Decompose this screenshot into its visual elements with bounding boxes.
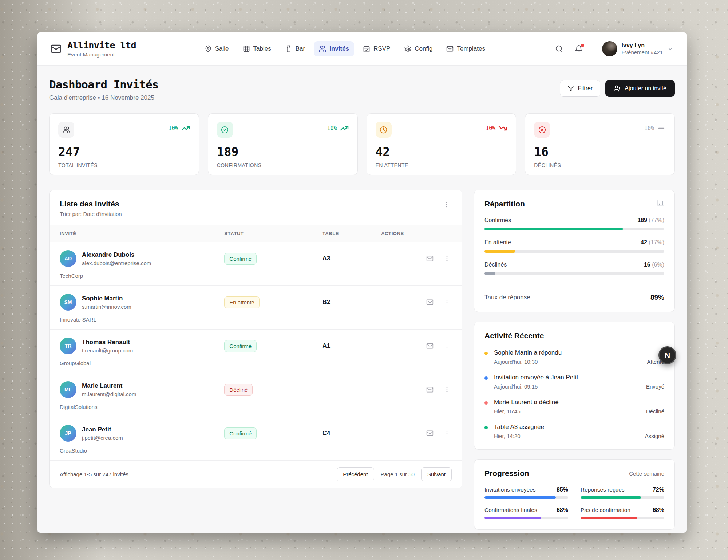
table-icon: [243, 45, 250, 52]
mail-icon: [426, 430, 434, 437]
guest-name: Jean Petit: [82, 426, 123, 433]
row-menu-button[interactable]: [442, 341, 452, 351]
stats-row: 10% 247 TOTAL INVITÉS 10% 18: [49, 113, 675, 175]
funnel-icon: [567, 85, 574, 92]
progress-fill: [484, 272, 495, 275]
progression-item: Confirmations finales 68%: [484, 507, 568, 519]
activity-item: Sophie Martin a répondu Aujourd'hui, 10:…: [484, 349, 664, 365]
guest-company: GroupGlobal: [60, 360, 452, 366]
notifications-button[interactable]: [573, 43, 584, 54]
trending-up-icon: [181, 124, 190, 133]
activity-time: Aujourd'hui, 10:30: [494, 359, 538, 365]
guest-company: DigitalSolutions: [60, 404, 452, 410]
prev-page-button[interactable]: Précédent: [337, 467, 374, 481]
floating-n-button[interactable]: N: [658, 346, 676, 364]
guest-avatar: JP: [60, 425, 76, 442]
x-circle-icon: [534, 122, 550, 138]
activity-status: Envoyé: [646, 383, 664, 390]
column-header-invite: INVITÉ: [60, 231, 224, 236]
status-badge: En attente: [224, 296, 259, 308]
column-header-actions: ACTIONS: [381, 231, 452, 236]
activity-dot: [484, 376, 488, 380]
guest-company: TechCorp: [60, 273, 452, 279]
map-pin-icon: [205, 45, 212, 52]
progression-item: Invitations envoyées 85%: [484, 486, 568, 499]
row-menu-button[interactable]: [442, 429, 452, 438]
send-mail-button[interactable]: [425, 341, 435, 351]
guest-table: A3: [323, 255, 381, 262]
kebab-icon: [444, 299, 450, 305]
progress-fill: [484, 517, 541, 519]
activity-text: Table A3 assignée: [494, 423, 664, 431]
guest-list-menu-button[interactable]: [442, 200, 452, 211]
repartition-card: Répartition Confirmés 189 (77%): [474, 190, 675, 312]
right-sidebar: Répartition Confirmés 189 (77%): [474, 190, 675, 530]
column-header-table: TABLE: [323, 231, 381, 236]
row-menu-button[interactable]: [442, 385, 452, 394]
stat-value: 247: [58, 145, 190, 159]
progress-fill: [484, 228, 623, 230]
brand-name: Allinvite ltd: [67, 40, 136, 51]
pagination: Affichage 1-5 sur 247 invités Précédent …: [50, 461, 462, 488]
guest-avatar: SM: [60, 294, 76, 311]
bar-chart-icon: [657, 200, 664, 208]
response-rate-label: Taux de réponse: [484, 294, 530, 301]
filter-button[interactable]: Filtrer: [560, 80, 600, 97]
brand-subtitle: Event Management: [67, 51, 136, 58]
next-page-button[interactable]: Suivant: [421, 467, 452, 481]
nav-item-invites[interactable]: Invités: [314, 41, 354, 56]
stat-value: 16: [534, 145, 666, 159]
stat-label: TOTAL INVITÉS: [58, 162, 190, 168]
nav-item-templates[interactable]: Templates: [441, 41, 490, 56]
nav-item-salle[interactable]: Salle: [199, 41, 234, 56]
guest-table: B2: [323, 299, 381, 306]
guest-name: Alexandre Dubois: [82, 251, 151, 259]
row-menu-button[interactable]: [442, 254, 452, 263]
repartition-row-pending: En attente 42 (17%): [484, 239, 664, 253]
nav-item-bar[interactable]: Bar: [280, 41, 310, 56]
progress-track: [484, 272, 664, 275]
progression-period: Cette semaine: [629, 470, 664, 477]
stat-label: EN ATTENTE: [376, 162, 507, 168]
activity-status: Décliné: [646, 408, 664, 414]
page-title: Dashboard Invités: [49, 78, 158, 91]
repartition-row-confirmed: Confirmés 189 (77%): [484, 217, 664, 230]
guest-email: s.martin@innov.com: [82, 304, 131, 310]
guest-list-sort: Trier par: Date d'invitation: [60, 211, 122, 217]
stat-card-declined: 10% 16 DÉCLINÉS: [525, 113, 675, 175]
repartition-title: Répartition: [484, 200, 525, 208]
recent-activity-card: Activité Récente Sophie Martin a répondu…: [474, 322, 675, 450]
user-menu[interactable]: Ivvy Lyn Événement #421: [602, 41, 673, 56]
nav-item-tables[interactable]: Tables: [238, 41, 276, 56]
add-guest-button[interactable]: Ajouter un invité: [605, 80, 675, 97]
avatar: [602, 41, 617, 56]
topbar-right: Ivvy Lyn Événement #421: [554, 41, 673, 56]
table-row: ML Marie Laurent m.laurent@digital.com D…: [50, 373, 462, 417]
chevron-down-icon: [667, 46, 673, 52]
send-mail-button[interactable]: [425, 253, 435, 264]
kebab-icon: [443, 201, 450, 208]
nav-item-rsvp[interactable]: RSVP: [358, 41, 395, 56]
status-badge: Confirmé: [224, 340, 257, 352]
send-mail-button[interactable]: [425, 384, 435, 395]
repartition-row-declined: Déclinés 16 (6%): [484, 261, 664, 275]
user-name: Ivvy Lyn: [622, 42, 663, 49]
progress-track: [484, 517, 568, 519]
stat-trend: 10%: [486, 124, 507, 133]
activity-title: Activité Récente: [484, 331, 664, 340]
progress-track: [484, 496, 568, 499]
app-window: Allinvite ltd Event Management Salle Tab…: [37, 32, 687, 533]
stat-value: 42: [376, 145, 507, 159]
send-mail-button[interactable]: [425, 428, 435, 438]
page-content: Dashboard Invités Gala d'entreprise • 16…: [37, 66, 687, 533]
row-menu-button[interactable]: [442, 297, 452, 307]
status-badge: Confirmé: [224, 427, 257, 439]
mail-icon: [426, 342, 434, 350]
progression-card: Progression Cette semaine Invitations en…: [474, 459, 675, 530]
nav-item-config[interactable]: Config: [399, 41, 438, 56]
page-subtitle: Gala d'entreprise • 16 Novembre 2025: [49, 94, 158, 102]
search-button[interactable]: [554, 43, 565, 54]
activity-item: Table A3 assignée Hier, 14:20 Assigné: [484, 423, 664, 439]
send-mail-button[interactable]: [425, 297, 435, 307]
table-row: AD Alexandre Dubois alex.dubois@entrepri…: [50, 242, 462, 286]
